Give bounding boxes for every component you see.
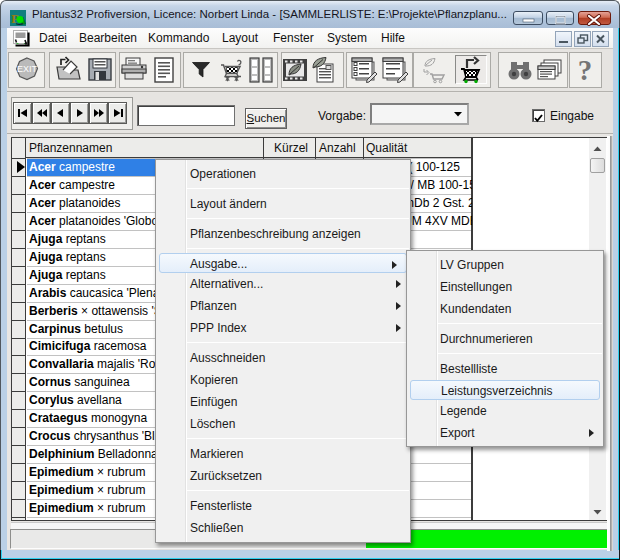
- svg-text:EXIT: EXIT: [17, 64, 38, 74]
